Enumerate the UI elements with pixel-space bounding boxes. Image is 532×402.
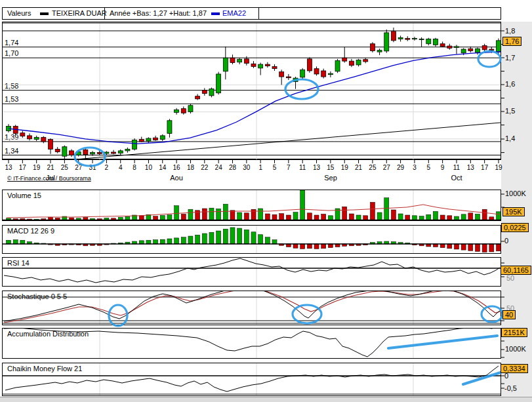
- volume-canvas: [3, 190, 501, 220]
- rsi-mid-label: 50: [506, 274, 514, 282]
- volume-badge: 195K: [502, 207, 525, 216]
- accum-scale-label: 1000K: [505, 345, 526, 353]
- price-axis-label: 1,5: [505, 107, 515, 115]
- price-axis-label: 1,7: [505, 54, 515, 62]
- rsi-panel: RSI 14: [2, 257, 501, 287]
- macd-histogram: [7, 228, 501, 252]
- valeurs-label: Valeurs: [7, 9, 31, 17]
- legend-divider: [104, 8, 105, 19]
- chaikin-neg-label: -0,5: [504, 384, 517, 392]
- chaikin-badge: 0,3334: [501, 364, 528, 373]
- price-axis-label: 1,4: [505, 134, 515, 142]
- year-range-label: Année +Bas: 1,27 +Haut: 1,87: [110, 9, 207, 17]
- month-label: Aou: [170, 174, 183, 182]
- last-price-badge: 1,76: [502, 37, 522, 46]
- stochastic-canvas: [3, 291, 501, 325]
- month-label: Oct: [451, 174, 462, 182]
- ema-label: EMA22: [222, 9, 246, 17]
- stochastic-panel: Stochastique 0 5 5: [2, 291, 501, 325]
- legend-divider: [258, 8, 259, 19]
- watermark-link[interactable]: © IT-Finance.com / Boursorama: [7, 175, 91, 182]
- month-label: Sep: [324, 174, 337, 182]
- macd-zero-label: 0: [504, 237, 508, 245]
- ema-swatch-icon: [211, 12, 220, 15]
- price-chart-panel: © IT-Finance.com / Boursorama: [2, 22, 501, 160]
- bottom-strip: [0, 397, 532, 402]
- volume-scale-label: 1000K: [505, 190, 526, 197]
- price-chart-canvas: [3, 22, 501, 159]
- chaikin-canvas: [3, 363, 501, 395]
- rsi-canvas: [3, 258, 501, 286]
- chaikin-panel: Chaikin Money Flow 21: [2, 363, 501, 396]
- rsi-badge: 60,1165: [501, 266, 531, 275]
- legend-bar: Valeurs TEIXEIRA DUAR Année +Bas: 1,27 +…: [2, 7, 501, 20]
- symbol-label: TEIXEIRA DUAR: [52, 9, 107, 17]
- accumulation-panel: Accumulation Distribution: [2, 328, 501, 359]
- price-axis-label: 1,8: [505, 27, 515, 35]
- macd-panel: MACD 12 26 9: [2, 225, 501, 254]
- macd-badge: 0,0225: [501, 223, 529, 232]
- x-axis-ticks: [2, 160, 501, 165]
- chart-application: Valeurs TEIXEIRA DUAR Année +Bas: 1,27 +…: [0, 0, 532, 402]
- accumulation-badge: 2151K: [501, 328, 527, 337]
- price-axis-label: 1,6: [505, 80, 515, 88]
- price-series-swatch-icon: [40, 12, 49, 15]
- stochastic-badge: 40: [502, 310, 516, 319]
- volume-panel: Volume 15: [2, 190, 501, 221]
- accumulation-canvas: [3, 329, 501, 358]
- macd-canvas: [3, 226, 501, 253]
